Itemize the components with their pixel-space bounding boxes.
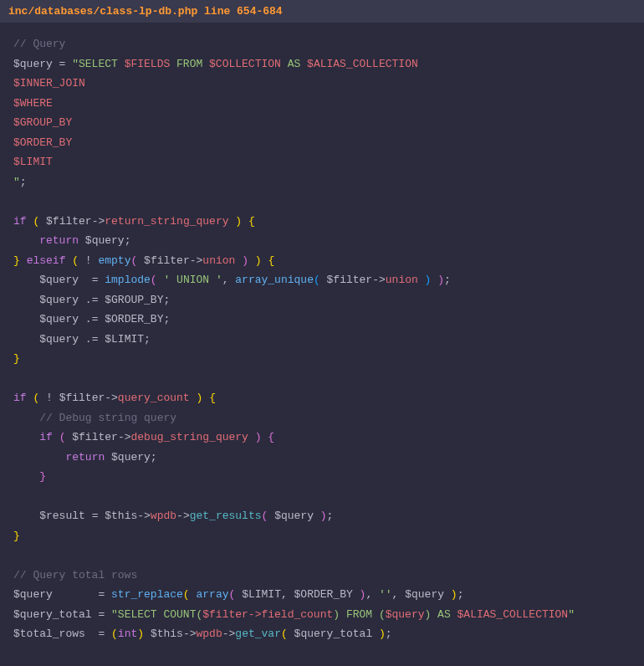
code-block: // Query $query = "SELECT $FIELDS FROM $… (0, 23, 644, 656)
file-path-header: inc/databases/class-lp-db.php line 654-6… (0, 0, 644, 23)
file-path-text: inc/databases/class-lp-db.php line 654-6… (8, 5, 283, 18)
